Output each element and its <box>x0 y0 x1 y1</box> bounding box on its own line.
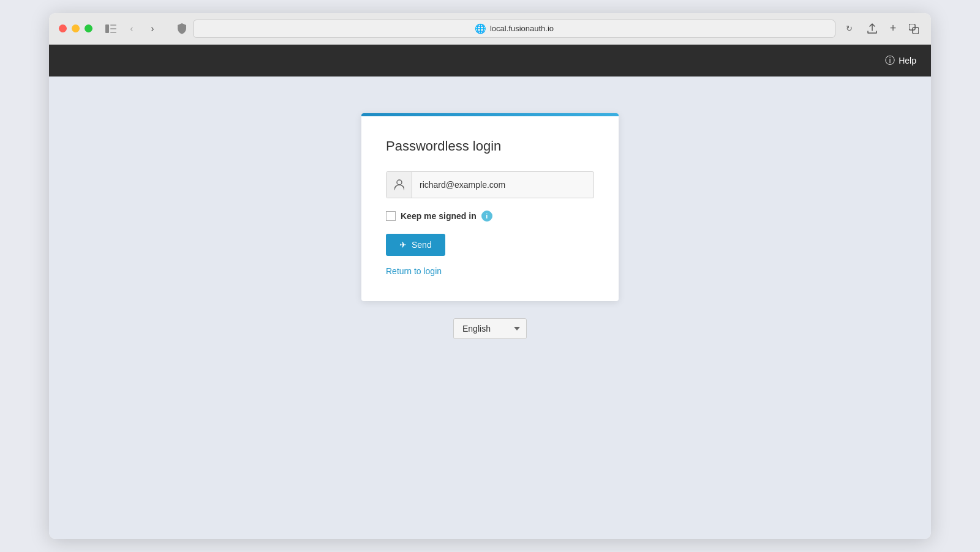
svg-point-6 <box>397 180 402 185</box>
card-body: Passwordless login Keep me signed in i <box>361 116 619 301</box>
keep-signed-in-checkbox[interactable] <box>386 211 396 221</box>
new-tab-button[interactable]: + <box>886 21 900 36</box>
send-button[interactable]: ✈ Send <box>386 234 445 256</box>
svg-rect-0 <box>105 24 109 33</box>
email-field[interactable] <box>412 172 594 198</box>
user-icon <box>386 172 412 198</box>
help-button[interactable]: ⓘ Help <box>885 54 916 67</box>
svg-rect-2 <box>110 28 116 29</box>
security-icon <box>176 23 188 35</box>
return-to-login-link[interactable]: Return to login <box>386 266 442 276</box>
svg-rect-1 <box>110 24 116 26</box>
keep-signed-in-label: Keep me signed in <box>401 211 477 221</box>
globe-icon: 🌐 <box>475 23 486 34</box>
share-button[interactable] <box>865 21 880 36</box>
info-icon[interactable]: i <box>481 211 492 222</box>
traffic-lights <box>59 24 92 32</box>
email-input-group <box>386 171 594 198</box>
language-select[interactable]: English French German Spanish <box>453 318 527 339</box>
url-text: local.fusionauth.io <box>490 24 554 33</box>
address-bar[interactable]: 🌐 local.fusionauth.io <box>193 20 835 38</box>
svg-rect-4 <box>909 24 915 30</box>
browser-titlebar: ‹ › 🌐 local.fusionauth.io ↻ + <box>49 13 931 45</box>
login-card: Passwordless login Keep me signed in i <box>361 113 619 301</box>
reload-button[interactable]: ↻ <box>843 23 855 35</box>
browser-actions: + <box>865 21 921 36</box>
language-selector: English French German Spanish <box>453 318 527 339</box>
back-button[interactable]: ‹ <box>123 20 140 37</box>
page-title: Passwordless login <box>386 138 594 154</box>
svg-rect-5 <box>913 28 919 34</box>
forward-button[interactable]: › <box>144 20 161 37</box>
send-button-label: Send <box>412 240 432 250</box>
help-label: Help <box>899 56 916 65</box>
app-topbar: ⓘ Help <box>49 45 931 76</box>
browser-controls: ‹ › <box>102 20 161 37</box>
sidebar-toggle-button[interactable] <box>102 22 119 35</box>
close-button[interactable] <box>59 24 67 32</box>
minimize-button[interactable] <box>72 24 80 32</box>
svg-rect-3 <box>110 32 116 33</box>
page-content: Passwordless login Keep me signed in i <box>49 76 931 539</box>
help-circle-icon: ⓘ <box>885 54 895 67</box>
maximize-button[interactable] <box>85 24 92 32</box>
browser-window: ‹ › 🌐 local.fusionauth.io ↻ + <box>49 13 931 539</box>
keep-signed-in-row: Keep me signed in i <box>386 211 594 222</box>
tabs-button[interactable] <box>907 21 921 36</box>
send-icon: ✈ <box>399 240 407 250</box>
